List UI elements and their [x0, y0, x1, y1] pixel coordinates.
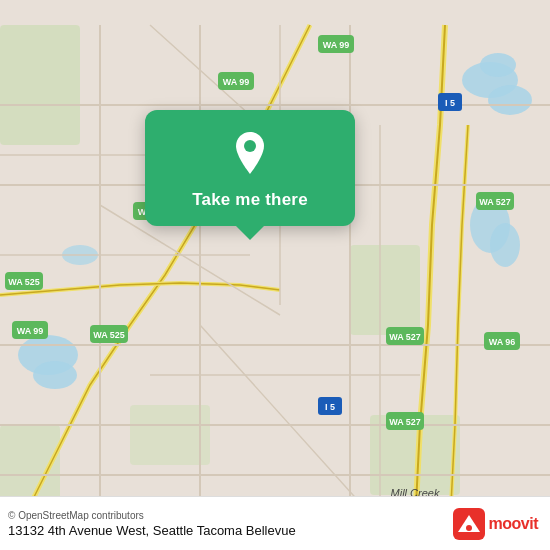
svg-text:WA 99: WA 99 — [17, 326, 44, 336]
bottom-bar: © OpenStreetMap contributors 13132 4th A… — [0, 496, 550, 550]
svg-rect-13 — [130, 405, 210, 465]
svg-point-58 — [466, 525, 472, 531]
moovit-text: moovit — [489, 515, 538, 533]
map-container: WA 99 WA 99 WA 99 WA 99 WA 525 WA 525 WA… — [0, 0, 550, 550]
svg-point-55 — [244, 140, 256, 152]
svg-point-2 — [488, 85, 532, 115]
svg-point-5 — [33, 361, 77, 389]
svg-text:WA 525: WA 525 — [93, 330, 125, 340]
svg-rect-9 — [0, 25, 80, 145]
svg-text:WA 527: WA 527 — [389, 332, 421, 342]
location-pin-icon — [224, 128, 276, 180]
svg-point-3 — [480, 53, 516, 77]
map-svg: WA 99 WA 99 WA 99 WA 99 WA 525 WA 525 WA… — [0, 0, 550, 550]
address-section: © OpenStreetMap contributors 13132 4th A… — [8, 510, 296, 538]
svg-text:I 5: I 5 — [325, 402, 335, 412]
popup-card[interactable]: Take me there — [145, 110, 355, 226]
svg-text:WA 99: WA 99 — [323, 40, 350, 50]
osm-credit: © OpenStreetMap contributors — [8, 510, 296, 521]
svg-rect-10 — [350, 245, 420, 335]
moovit-logo: moovit — [453, 508, 538, 540]
svg-point-8 — [490, 223, 520, 267]
svg-text:WA 96: WA 96 — [489, 337, 516, 347]
svg-text:WA 527: WA 527 — [479, 197, 511, 207]
moovit-icon — [453, 508, 485, 540]
popup-label: Take me there — [192, 190, 308, 210]
svg-text:I 5: I 5 — [445, 98, 455, 108]
svg-text:WA 525: WA 525 — [8, 277, 40, 287]
address-text: 13132 4th Avenue West, Seattle Tacoma Be… — [8, 523, 296, 538]
svg-text:WA 99: WA 99 — [223, 77, 250, 87]
svg-text:WA 527: WA 527 — [389, 417, 421, 427]
